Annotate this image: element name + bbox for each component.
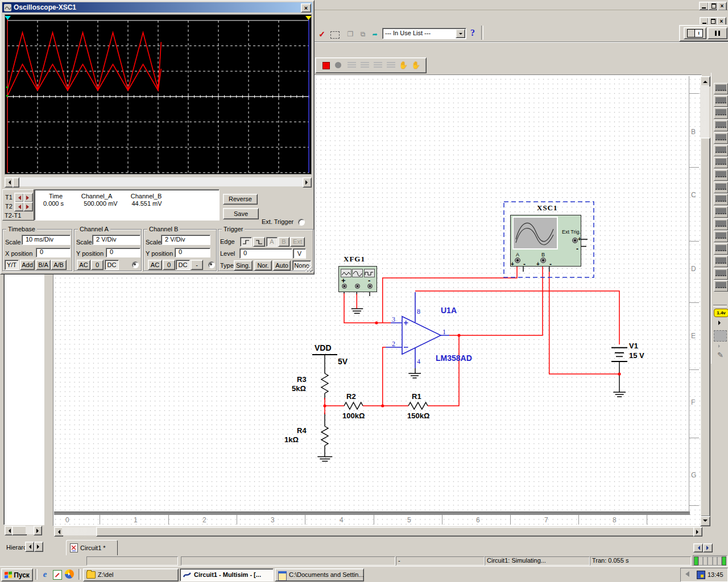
cha-dc-button[interactable]: DC — [105, 260, 119, 270]
component-bin-icon-13[interactable] — [714, 231, 728, 242]
selection-rect-icon[interactable] — [330, 31, 340, 39]
tab-scroll-right-button[interactable] — [703, 543, 713, 552]
pause-button[interactable] — [708, 27, 727, 39]
cha-radio[interactable] — [132, 261, 139, 268]
resistor-r2[interactable] — [344, 402, 363, 409]
taskbar-task-zdel[interactable]: Z:\del — [83, 568, 179, 581]
component-bin-icon-11[interactable] — [714, 206, 728, 218]
toolbox-scroll-right[interactable] — [34, 526, 42, 535]
trigger-auto-button[interactable]: Auto — [273, 260, 291, 271]
hierarchy-tab[interactable]: Hierarc — [6, 544, 26, 551]
paste-icon[interactable]: ⧉ — [359, 30, 367, 38]
chip-placeholder-icon[interactable] — [714, 330, 727, 342]
r1-ref[interactable]: R1 — [412, 392, 421, 401]
component-bin-icon-10[interactable] — [714, 194, 728, 205]
trigger-source-a-button[interactable]: A — [266, 237, 278, 247]
scope-scroll-thumb[interactable] — [13, 177, 19, 188]
sine-wave-button[interactable] — [352, 269, 363, 277]
ba-mode-button[interactable]: B/A — [36, 260, 51, 270]
start-button[interactable]: Пуск — [1, 568, 33, 581]
component-bin-icon-6[interactable] — [714, 145, 728, 156]
resistor-r4[interactable] — [321, 426, 328, 446]
xsc1-exttrig-terminal[interactable] — [572, 238, 578, 243]
xfg1-common-terminal[interactable] — [355, 284, 360, 289]
component-bin-icon-16[interactable] — [714, 268, 728, 280]
vdd-label[interactable]: VDD — [315, 343, 332, 352]
ab-mode-button[interactable]: A/B — [51, 260, 67, 270]
toolbox-tab-scroll-left[interactable] — [25, 542, 34, 552]
t2-left-button[interactable] — [14, 202, 24, 211]
xsc1-a-terminal[interactable] — [515, 257, 520, 263]
step-into-icon[interactable] — [348, 62, 356, 69]
u1a-ref-label[interactable]: U1A — [441, 306, 457, 315]
hscroll-thumb[interactable] — [96, 527, 694, 537]
component-bin-icon-5[interactable] — [714, 132, 728, 144]
r2-value[interactable]: 100kΩ — [342, 411, 365, 420]
chb-dc-button[interactable]: DC — [176, 260, 190, 270]
t1-left-button[interactable] — [14, 193, 24, 202]
oscilloscope-titlebar[interactable]: Oscilloscope-XSC1 × — [2, 2, 312, 13]
resistor-r1[interactable] — [408, 402, 428, 409]
component-bin-icon-3[interactable] — [714, 107, 728, 119]
r3-ref[interactable]: R3 — [297, 375, 307, 384]
battery-source-icon[interactable]: 1.4v — [714, 309, 728, 317]
toolbox-scroll-track[interactable] — [26, 526, 34, 534]
help-icon[interactable]: ? — [470, 28, 475, 38]
component-bin-icon-14[interactable] — [714, 243, 728, 255]
stop-icon[interactable] — [322, 62, 330, 69]
vscroll-down-button[interactable] — [700, 516, 710, 526]
vscroll-track[interactable] — [700, 85, 709, 138]
volume-icon[interactable] — [685, 571, 689, 577]
taskbar-task-multisim[interactable]: Circuit1 - Multisim - [... — [180, 568, 274, 581]
r2-ref[interactable]: R2 — [346, 392, 356, 401]
cha-ac-button[interactable]: AC — [77, 260, 90, 270]
resistor-r3[interactable] — [321, 373, 328, 393]
vdd-value[interactable]: 5V — [338, 357, 348, 366]
hscroll-track[interactable] — [62, 527, 96, 535]
window-resize-grip[interactable] — [305, 265, 312, 272]
export-icon[interactable]: ➦ — [371, 30, 379, 38]
resume-icon[interactable]: ✋ — [411, 60, 420, 69]
t1-right-button[interactable] — [23, 193, 33, 202]
more-components-arrow[interactable] — [718, 321, 723, 325]
step-over-icon[interactable] — [361, 62, 369, 69]
trigger-falling-edge-button[interactable] — [253, 237, 265, 247]
chb-minus-button[interactable]: - — [191, 260, 203, 270]
canvas-vscrollbar[interactable] — [700, 76, 709, 525]
edit-probe-icon[interactable]: ✎ — [714, 350, 727, 360]
xfg1-ref-label[interactable]: XFG1 — [344, 255, 365, 264]
u1a-part-label[interactable]: LM358AD — [436, 354, 472, 363]
in-use-list-combobox[interactable]: --- In Use List --- — [382, 28, 466, 39]
pause-at-icon[interactable]: ✋ — [399, 60, 408, 69]
ie-quicklaunch-icon[interactable]: e — [40, 569, 50, 580]
trigger-nor-button[interactable]: Nor. — [254, 260, 272, 271]
ext-trigger-radio[interactable] — [298, 219, 305, 226]
trigger-source-b-button[interactable]: B — [278, 237, 289, 247]
vm-tray-icon[interactable] — [697, 571, 705, 579]
chb-ac-button[interactable]: AC — [148, 260, 162, 270]
r1-value[interactable]: 150kΩ — [407, 411, 429, 420]
save-button[interactable]: Save — [223, 208, 259, 219]
taskbar-task-explorer[interactable]: C:\Documents and Settin... — [275, 568, 364, 581]
timebase-xpos-field[interactable]: 0 — [36, 248, 71, 257]
trigger-source-ext-button[interactable]: Ext — [290, 237, 305, 247]
xsc1-b-terminal[interactable] — [540, 257, 546, 263]
v1-ref[interactable]: V1 — [629, 342, 638, 350]
cha-0-button[interactable]: 0 — [91, 260, 104, 270]
canvas-hscrollbar[interactable] — [54, 527, 701, 535]
xfg1-minus-terminal[interactable] — [367, 284, 373, 289]
component-bin-icon-2[interactable] — [714, 95, 728, 107]
main-minimize-button[interactable] — [699, 2, 709, 10]
chb-0-button[interactable]: 0 — [163, 260, 175, 270]
in-use-list-dropdown-button[interactable] — [456, 29, 465, 38]
hscroll-right-button[interactable] — [693, 527, 702, 537]
chb-radio[interactable] — [208, 261, 215, 268]
toolbox-hscrollbar[interactable] — [5, 526, 41, 534]
oscilloscope-window[interactable]: Oscilloscope-XSC1 × T1 T2 T2-T1 Time Cha… — [0, 0, 315, 275]
yt-mode-button[interactable]: Y/T — [5, 260, 19, 270]
xfg1-plus-terminal[interactable] — [342, 284, 347, 289]
component-bin-icon-9[interactable] — [714, 182, 728, 193]
cha-scale-field[interactable]: 2 V/Div — [92, 235, 140, 245]
erc-check-icon[interactable]: ✓ — [317, 30, 326, 39]
component-bin-icon-15[interactable] — [714, 256, 728, 267]
